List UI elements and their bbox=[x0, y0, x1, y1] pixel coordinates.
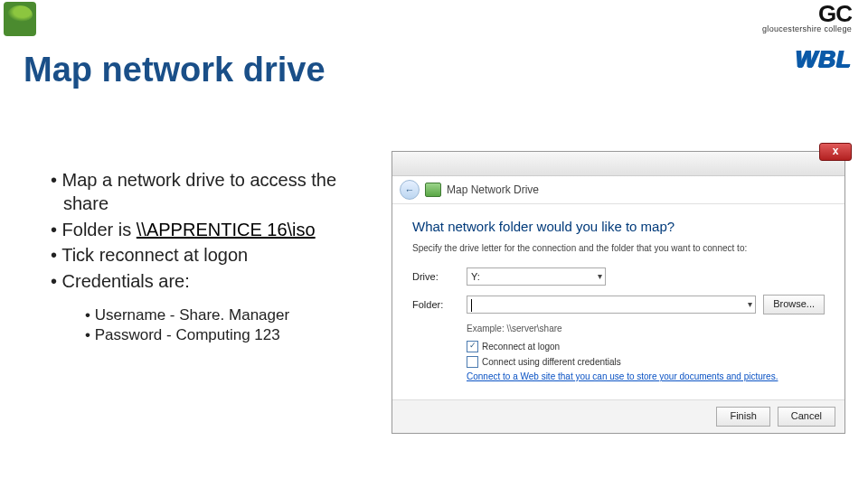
bullet-3: Tick reconnect at logon bbox=[51, 243, 385, 267]
bullet-4: Credentials are: bbox=[51, 269, 385, 293]
reconnect-checkbox[interactable]: ✓ bbox=[467, 341, 478, 352]
drive-select[interactable]: Y: bbox=[467, 267, 606, 286]
sub-bullets: Username - Share. Manager Password - Com… bbox=[85, 305, 385, 346]
sub-bullet-2: Password - Computing 123 bbox=[85, 325, 385, 345]
folder-input[interactable] bbox=[467, 296, 756, 314]
dialog-nav-label: Map Network Drive bbox=[447, 183, 539, 196]
slide: GC gloucestershire college WBL Map netwo… bbox=[0, 0, 868, 488]
diffcreds-label: Connect using different credentials bbox=[482, 357, 621, 367]
sub-bullet-1: Username - Share. Manager bbox=[85, 305, 385, 325]
gc-logo-small: gloucestershire college bbox=[762, 24, 852, 33]
bullet-2-prefix: Folder is bbox=[62, 220, 137, 239]
website-link[interactable]: Connect to a Web site that you can use t… bbox=[467, 371, 825, 381]
back-icon[interactable]: ← bbox=[400, 180, 420, 200]
wbl-logo: WBL bbox=[796, 45, 852, 73]
bullet-2: Folder is \\APPRENTICE 16\iso bbox=[51, 218, 385, 241]
example-text: Example: \\server\share bbox=[467, 324, 825, 333]
cancel-button[interactable]: Cancel bbox=[778, 407, 835, 427]
gc-logo-big: GC bbox=[762, 4, 852, 24]
map-drive-dialog: x ← Map Network Drive What network folde… bbox=[392, 152, 844, 433]
diffcreds-checkbox[interactable] bbox=[467, 356, 478, 368]
drive-icon bbox=[425, 183, 441, 197]
gc-logo: GC gloucestershire college bbox=[762, 4, 852, 33]
reconnect-row[interactable]: ✓ Reconnect at logon bbox=[467, 341, 825, 352]
dialog-footer: Finish Cancel bbox=[392, 399, 844, 433]
folder-label: Folder: bbox=[412, 299, 467, 310]
dialog-instruction: Specify the drive letter for the connect… bbox=[412, 243, 825, 253]
bullet-2-link: \\APPRENTICE 16\iso bbox=[137, 220, 316, 239]
dialog-titlebar: x bbox=[392, 152, 844, 176]
text-caret bbox=[471, 299, 472, 312]
dialog-body: What network folder would you like to ma… bbox=[392, 204, 844, 399]
reconnect-label: Reconnect at logon bbox=[482, 342, 560, 352]
folder-row: Folder: Browse... bbox=[412, 295, 825, 314]
dialog-navrow: ← Map Network Drive bbox=[392, 176, 844, 204]
close-icon[interactable]: x bbox=[819, 143, 852, 161]
bullet-1: Map a network drive to access the share bbox=[51, 168, 385, 216]
finish-button[interactable]: Finish bbox=[716, 407, 769, 427]
drive-row: Drive: Y: bbox=[412, 267, 825, 286]
bcs-logo bbox=[4, 2, 36, 36]
bullet-list: Map a network drive to access the share … bbox=[51, 168, 385, 346]
drive-label: Drive: bbox=[412, 271, 467, 282]
dialog-question: What network folder would you like to ma… bbox=[412, 219, 825, 234]
browse-button[interactable]: Browse... bbox=[763, 295, 825, 314]
slide-title: Map network drive bbox=[24, 51, 326, 89]
diffcreds-row[interactable]: Connect using different credentials bbox=[467, 356, 825, 368]
